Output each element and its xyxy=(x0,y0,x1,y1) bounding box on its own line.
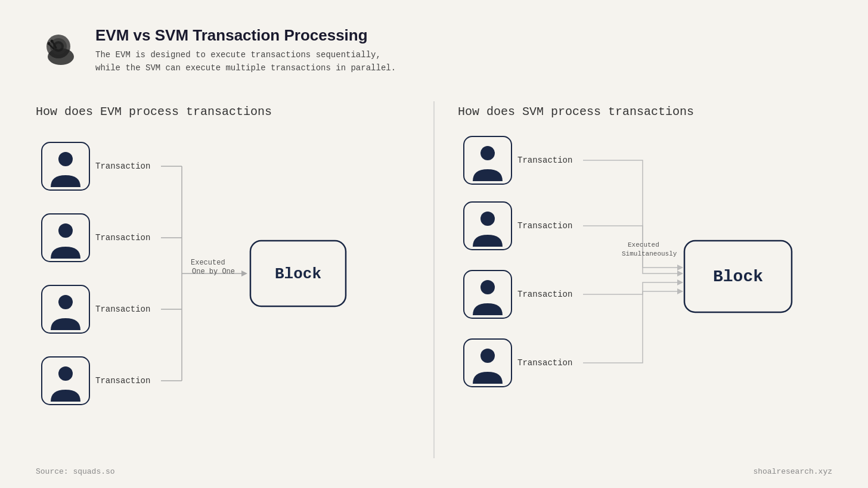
svg-point-37 xyxy=(480,280,495,294)
svg-text:Executed: Executed xyxy=(628,241,659,248)
svg-point-14 xyxy=(58,295,73,309)
svg-point-16 xyxy=(58,366,73,381)
evm-diagram: Transaction Transaction Transaction Tran… xyxy=(36,130,410,443)
svg-point-33 xyxy=(480,146,495,160)
svg-point-10 xyxy=(58,152,73,166)
source-label: Source: squads.so xyxy=(36,467,115,476)
svg-text:Block: Block xyxy=(713,268,763,286)
svm-svg: Transaction Transaction Transaction Tran… xyxy=(458,130,810,440)
svg-text:Transaction: Transaction xyxy=(517,358,572,368)
attribution-label: shoalresearch.xyz xyxy=(753,467,832,476)
svg-point-35 xyxy=(480,212,495,226)
svg-text:Transaction: Transaction xyxy=(95,304,150,314)
svg-text:Transaction: Transaction xyxy=(517,156,572,165)
svg-marker-50 xyxy=(677,279,683,285)
svg-point-39 xyxy=(480,349,495,363)
svg-text:One by One: One by One xyxy=(192,268,235,276)
header: EVM vs SVM Transaction Processing The EV… xyxy=(0,0,868,75)
svg-marker-27 xyxy=(241,271,247,276)
svg-point-7 xyxy=(48,42,51,45)
header-text: EVM vs SVM Transaction Processing The EV… xyxy=(95,24,396,75)
logo xyxy=(36,24,83,72)
svg-point-8 xyxy=(51,40,54,43)
page-title: EVM vs SVM Transaction Processing xyxy=(95,26,396,45)
vertical-divider xyxy=(434,101,435,458)
page-subtitle: The EVM is designed to execute transacti… xyxy=(95,48,396,75)
svm-section-title: How does SVM process transactions xyxy=(458,105,832,119)
svg-marker-48 xyxy=(677,265,683,271)
svg-text:Simultaneously: Simultaneously xyxy=(622,250,677,257)
svm-diagram: Transaction Transaction Transaction Tran… xyxy=(458,130,832,443)
evm-section-title: How does EVM process transactions xyxy=(36,105,410,119)
svg-text:Transaction: Transaction xyxy=(517,290,572,299)
svg-point-4 xyxy=(55,43,61,49)
evm-panel: How does EVM process transactions xyxy=(36,105,434,443)
evm-svg: Transaction Transaction Transaction Tran… xyxy=(36,130,382,440)
svg-text:Transaction: Transaction xyxy=(517,221,572,231)
svg-marker-49 xyxy=(677,271,683,276)
svg-text:Transaction: Transaction xyxy=(95,376,150,386)
svg-text:Transaction: Transaction xyxy=(95,161,150,171)
svg-text:Transaction: Transaction xyxy=(95,233,150,243)
svg-point-12 xyxy=(58,223,73,238)
footer: Source: squads.so shoalresearch.xyz xyxy=(36,467,832,476)
svg-text:Executed: Executed xyxy=(191,259,225,267)
svg-marker-51 xyxy=(677,288,683,294)
svg-text:Block: Block xyxy=(275,265,321,283)
svm-panel: How does SVM process transactions xyxy=(434,105,832,443)
